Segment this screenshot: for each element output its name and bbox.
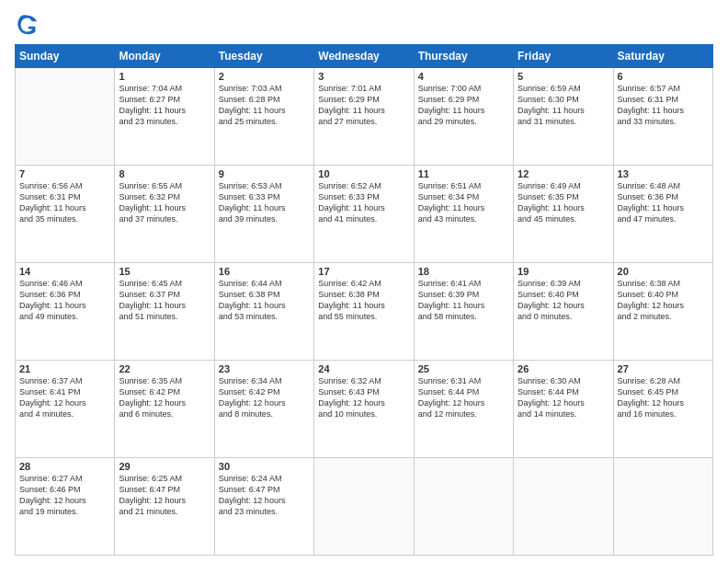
week-row-4: 28Sunrise: 6:27 AM Sunset: 6:46 PM Dayli… (16, 458, 713, 556)
day-number: 2 (219, 71, 310, 82)
calendar-cell: 2Sunrise: 7:03 AM Sunset: 6:28 PM Daylig… (214, 68, 313, 166)
day-number: 15 (119, 266, 210, 277)
day-number: 24 (318, 363, 409, 374)
day-number: 8 (119, 168, 210, 179)
header-row: SundayMondayTuesdayWednesdayThursdayFrid… (16, 45, 713, 68)
week-row-0: 1Sunrise: 7:04 AM Sunset: 6:27 PM Daylig… (16, 68, 713, 166)
calendar-cell: 8Sunrise: 6:55 AM Sunset: 6:32 PM Daylig… (115, 166, 214, 263)
header-day-monday: Monday (115, 45, 214, 68)
header-day-friday: Friday (514, 45, 613, 68)
calendar-cell: 27Sunrise: 6:28 AM Sunset: 6:45 PM Dayli… (613, 361, 712, 458)
calendar-body: 1Sunrise: 7:04 AM Sunset: 6:27 PM Daylig… (16, 68, 713, 556)
header-day-saturday: Saturday (613, 45, 712, 68)
calendar-cell: 4Sunrise: 7:00 AM Sunset: 6:29 PM Daylig… (414, 68, 513, 166)
day-number: 4 (418, 71, 509, 82)
calendar-cell (613, 458, 712, 556)
day-info: Sunrise: 6:56 AM Sunset: 6:31 PM Dayligh… (19, 180, 110, 225)
calendar-cell: 30Sunrise: 6:24 AM Sunset: 6:47 PM Dayli… (214, 458, 313, 556)
calendar-cell: 16Sunrise: 6:44 AM Sunset: 6:38 PM Dayli… (214, 263, 313, 361)
calendar-cell: 22Sunrise: 6:35 AM Sunset: 6:42 PM Dayli… (115, 361, 214, 458)
day-number: 1 (119, 71, 210, 82)
day-number: 10 (318, 168, 409, 179)
day-info: Sunrise: 6:51 AM Sunset: 6:34 PM Dayligh… (418, 180, 509, 225)
day-info: Sunrise: 6:28 AM Sunset: 6:45 PM Dayligh… (618, 375, 709, 420)
day-number: 16 (219, 266, 310, 277)
calendar-cell: 1Sunrise: 7:04 AM Sunset: 6:27 PM Daylig… (115, 68, 214, 166)
day-info: Sunrise: 6:24 AM Sunset: 6:47 PM Dayligh… (219, 473, 310, 518)
calendar-cell: 6Sunrise: 6:57 AM Sunset: 6:31 PM Daylig… (613, 68, 712, 166)
day-info: Sunrise: 6:27 AM Sunset: 6:46 PM Dayligh… (19, 473, 110, 518)
day-number: 23 (219, 363, 310, 374)
day-info: Sunrise: 6:35 AM Sunset: 6:42 PM Dayligh… (119, 375, 210, 420)
day-number: 11 (418, 168, 509, 179)
day-number: 17 (318, 266, 409, 277)
day-info: Sunrise: 7:03 AM Sunset: 6:28 PM Dayligh… (219, 83, 310, 128)
calendar-cell (314, 458, 414, 556)
day-info: Sunrise: 6:37 AM Sunset: 6:41 PM Dayligh… (19, 375, 110, 420)
header-day-thursday: Thursday (414, 45, 513, 68)
calendar-cell: 13Sunrise: 6:48 AM Sunset: 6:36 PM Dayli… (613, 166, 712, 263)
day-number: 14 (19, 266, 110, 277)
day-info: Sunrise: 6:57 AM Sunset: 6:31 PM Dayligh… (618, 83, 709, 128)
week-row-2: 14Sunrise: 6:46 AM Sunset: 6:36 PM Dayli… (16, 263, 713, 361)
calendar-cell: 14Sunrise: 6:46 AM Sunset: 6:36 PM Dayli… (16, 263, 115, 361)
day-number: 18 (418, 266, 509, 277)
day-number: 3 (318, 71, 409, 82)
calendar-cell: 5Sunrise: 6:59 AM Sunset: 6:30 PM Daylig… (514, 68, 613, 166)
header-day-wednesday: Wednesday (314, 45, 414, 68)
logo (15, 11, 44, 37)
calendar-cell: 25Sunrise: 6:31 AM Sunset: 6:44 PM Dayli… (414, 361, 513, 458)
day-number: 21 (19, 363, 110, 374)
calendar-table: SundayMondayTuesdayWednesdayThursdayFrid… (15, 44, 713, 556)
day-number: 30 (219, 461, 310, 472)
calendar-cell: 20Sunrise: 6:38 AM Sunset: 6:40 PM Dayli… (613, 263, 712, 361)
day-info: Sunrise: 6:52 AM Sunset: 6:33 PM Dayligh… (318, 180, 409, 225)
logo-icon (15, 11, 40, 37)
day-info: Sunrise: 6:48 AM Sunset: 6:36 PM Dayligh… (618, 180, 709, 225)
day-info: Sunrise: 6:39 AM Sunset: 6:40 PM Dayligh… (518, 278, 609, 323)
calendar-cell: 24Sunrise: 6:32 AM Sunset: 6:43 PM Dayli… (314, 361, 414, 458)
day-info: Sunrise: 6:42 AM Sunset: 6:38 PM Dayligh… (318, 278, 409, 323)
day-info: Sunrise: 6:31 AM Sunset: 6:44 PM Dayligh… (418, 375, 509, 420)
calendar-cell: 10Sunrise: 6:52 AM Sunset: 6:33 PM Dayli… (314, 166, 414, 263)
day-info: Sunrise: 6:38 AM Sunset: 6:40 PM Dayligh… (618, 278, 709, 323)
day-info: Sunrise: 6:41 AM Sunset: 6:39 PM Dayligh… (418, 278, 509, 323)
day-info: Sunrise: 6:32 AM Sunset: 6:43 PM Dayligh… (318, 375, 409, 420)
day-number: 5 (518, 71, 609, 82)
day-number: 27 (618, 363, 709, 374)
day-number: 28 (19, 461, 110, 472)
header-day-sunday: Sunday (16, 45, 115, 68)
week-row-3: 21Sunrise: 6:37 AM Sunset: 6:41 PM Dayli… (16, 361, 713, 458)
day-number: 13 (618, 168, 709, 179)
day-info: Sunrise: 6:46 AM Sunset: 6:36 PM Dayligh… (19, 278, 110, 323)
day-number: 9 (219, 168, 310, 179)
day-number: 7 (19, 168, 110, 179)
page: SundayMondayTuesdayWednesdayThursdayFrid… (0, 0, 728, 563)
calendar-cell: 28Sunrise: 6:27 AM Sunset: 6:46 PM Dayli… (16, 458, 115, 556)
calendar-cell: 11Sunrise: 6:51 AM Sunset: 6:34 PM Dayli… (414, 166, 513, 263)
calendar-cell (16, 68, 115, 166)
header-day-tuesday: Tuesday (214, 45, 313, 68)
day-number: 25 (418, 363, 509, 374)
week-row-1: 7Sunrise: 6:56 AM Sunset: 6:31 PM Daylig… (16, 166, 713, 263)
day-number: 26 (518, 363, 609, 374)
calendar-cell: 17Sunrise: 6:42 AM Sunset: 6:38 PM Dayli… (314, 263, 414, 361)
calendar-cell: 19Sunrise: 6:39 AM Sunset: 6:40 PM Dayli… (514, 263, 613, 361)
calendar-cell: 7Sunrise: 6:56 AM Sunset: 6:31 PM Daylig… (16, 166, 115, 263)
day-info: Sunrise: 7:00 AM Sunset: 6:29 PM Dayligh… (418, 83, 509, 128)
day-number: 6 (618, 71, 709, 82)
calendar-header: SundayMondayTuesdayWednesdayThursdayFrid… (16, 45, 713, 68)
calendar-cell: 29Sunrise: 6:25 AM Sunset: 6:47 PM Dayli… (115, 458, 214, 556)
calendar-cell (414, 458, 513, 556)
day-info: Sunrise: 6:59 AM Sunset: 6:30 PM Dayligh… (518, 83, 609, 128)
day-number: 29 (119, 461, 210, 472)
calendar-cell: 12Sunrise: 6:49 AM Sunset: 6:35 PM Dayli… (514, 166, 613, 263)
day-info: Sunrise: 6:34 AM Sunset: 6:42 PM Dayligh… (219, 375, 310, 420)
calendar-cell: 21Sunrise: 6:37 AM Sunset: 6:41 PM Dayli… (16, 361, 115, 458)
day-info: Sunrise: 6:44 AM Sunset: 6:38 PM Dayligh… (219, 278, 310, 323)
calendar-cell: 23Sunrise: 6:34 AM Sunset: 6:42 PM Dayli… (214, 361, 313, 458)
day-number: 20 (618, 266, 709, 277)
calendar-cell: 3Sunrise: 7:01 AM Sunset: 6:29 PM Daylig… (314, 68, 414, 166)
calendar-cell: 26Sunrise: 6:30 AM Sunset: 6:44 PM Dayli… (514, 361, 613, 458)
calendar-cell: 9Sunrise: 6:53 AM Sunset: 6:33 PM Daylig… (214, 166, 313, 263)
